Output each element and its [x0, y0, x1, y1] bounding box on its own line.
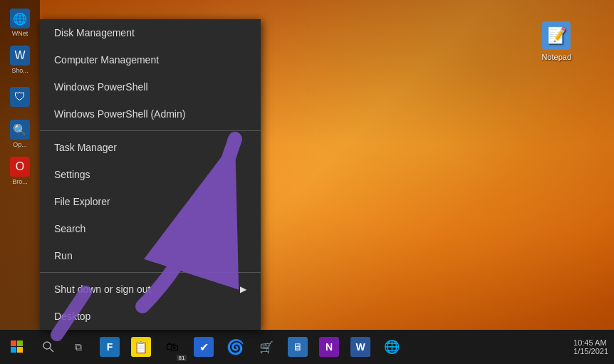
- bag-icon: 🛒: [256, 337, 276, 357]
- notepad-label: Notepad: [541, 53, 571, 61]
- taskbar-icon-framesoft[interactable]: F: [94, 331, 125, 363]
- menu-divider-2: [40, 272, 261, 273]
- edge-icon: 🌀: [225, 337, 245, 357]
- menu-item-settings[interactable]: Settings: [40, 161, 261, 188]
- store-badge: 81: [177, 355, 187, 361]
- sidebar-icon-wnet[interactable]: 🌐 WNet: [3, 6, 37, 40]
- svg-rect-2: [17, 340, 23, 346]
- taskbar: ⧉ F 📋 🛍 81 ✔ 🌀 🛒 🖥 N W: [0, 330, 614, 364]
- ms-store-icon: 🛍: [162, 337, 182, 357]
- notepad-desktop-icon[interactable]: 📝 Notepad: [541, 21, 571, 61]
- taskbar-icon-bag[interactable]: 🛒: [251, 331, 282, 363]
- word-icon: W: [350, 337, 370, 357]
- taskbar-icon-sticky[interactable]: 📋: [125, 331, 157, 363]
- sidebar: 🌐 WNet W Sho... 🛡 🔍 Op... O Bro...: [0, 0, 40, 330]
- taskbar-icon-word[interactable]: W: [345, 331, 376, 363]
- menu-item-run[interactable]: Run: [40, 242, 261, 269]
- menu-item-windows-powershell-admin[interactable]: Windows PowerShell (Admin): [40, 100, 261, 128]
- menu-item-search[interactable]: Search: [40, 215, 261, 242]
- sidebar-icon-wnet2[interactable]: W Sho...: [3, 43, 37, 77]
- svg-rect-1: [11, 340, 16, 346]
- framesoft-icon: F: [100, 337, 120, 357]
- svg-rect-4: [17, 347, 23, 353]
- sidebar-icon-browser[interactable]: O Bro...: [3, 154, 37, 188]
- wnet-icon: 🌐: [10, 9, 30, 28]
- svg-rect-3: [11, 347, 16, 353]
- windows-logo-icon: [11, 340, 24, 353]
- menu-item-file-explorer[interactable]: File Explorer: [40, 188, 261, 215]
- start-button[interactable]: [0, 330, 34, 364]
- taskbar-search-icon: [43, 341, 54, 353]
- wnet2-icon: W: [10, 46, 30, 66]
- shield-icon: 🛡: [10, 87, 30, 107]
- submenu-arrow: ▶: [240, 284, 246, 294]
- chrome-icon: 🌐: [382, 337, 402, 357]
- desktop: 📝 Notepad 🌐 WNet W Sho... 🛡 🔍 Op... O Br…: [0, 0, 614, 364]
- sidebar-icon-shield[interactable]: 🛡: [3, 80, 37, 114]
- menu-item-computer-management[interactable]: Computer Management: [40, 46, 261, 73]
- context-menu: Disk Management Computer Management Wind…: [40, 19, 261, 330]
- sticky-notes-icon: 📋: [131, 337, 151, 357]
- menu-item-desktop[interactable]: Desktop: [40, 303, 261, 330]
- taskbar-icon-todo[interactable]: ✔: [188, 331, 219, 363]
- menu-item-task-manager[interactable]: Task Manager: [40, 134, 261, 161]
- task-view-button[interactable]: ⧉: [63, 331, 94, 363]
- system-tray: 10:45 AM1/15/2021: [573, 338, 614, 355]
- remote-desktop-icon: 🖥: [288, 337, 308, 357]
- menu-item-disk-management[interactable]: Disk Management: [40, 19, 261, 46]
- menu-item-shut-down[interactable]: Shut down or sign out ▶: [40, 276, 261, 303]
- taskbar-icon-remote[interactable]: 🖥: [282, 331, 313, 363]
- notepad-icon-image: 📝: [542, 21, 571, 50]
- tray-clock: 10:45 AM1/15/2021: [573, 338, 608, 355]
- taskbar-icon-onenote[interactable]: N: [313, 331, 345, 363]
- taskbar-icon-store[interactable]: 🛍 81: [157, 331, 188, 363]
- svg-line-6: [50, 348, 53, 352]
- taskbar-icon-edge[interactable]: 🌀: [219, 331, 251, 363]
- task-view-icon: ⧉: [75, 341, 82, 353]
- menu-item-windows-powershell[interactable]: Windows PowerShell: [40, 73, 261, 100]
- browser-icon: O: [10, 157, 30, 177]
- taskbar-search-box[interactable]: [34, 333, 63, 361]
- who-icon: 🔍: [10, 120, 30, 140]
- onenote-icon: N: [319, 337, 339, 357]
- svg-point-5: [43, 342, 51, 349]
- taskbar-icon-chrome[interactable]: 🌐: [376, 331, 407, 363]
- menu-divider-1: [40, 130, 261, 131]
- todo-icon: ✔: [194, 337, 214, 357]
- sidebar-icon-who[interactable]: 🔍 Op...: [3, 117, 37, 151]
